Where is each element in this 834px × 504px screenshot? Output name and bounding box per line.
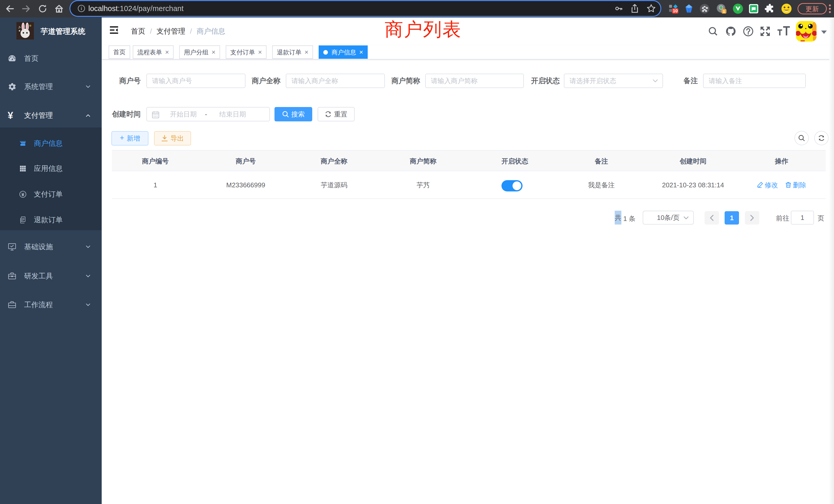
svg-text:1: 1 (723, 9, 725, 14)
svg-text:10: 10 (673, 8, 678, 13)
